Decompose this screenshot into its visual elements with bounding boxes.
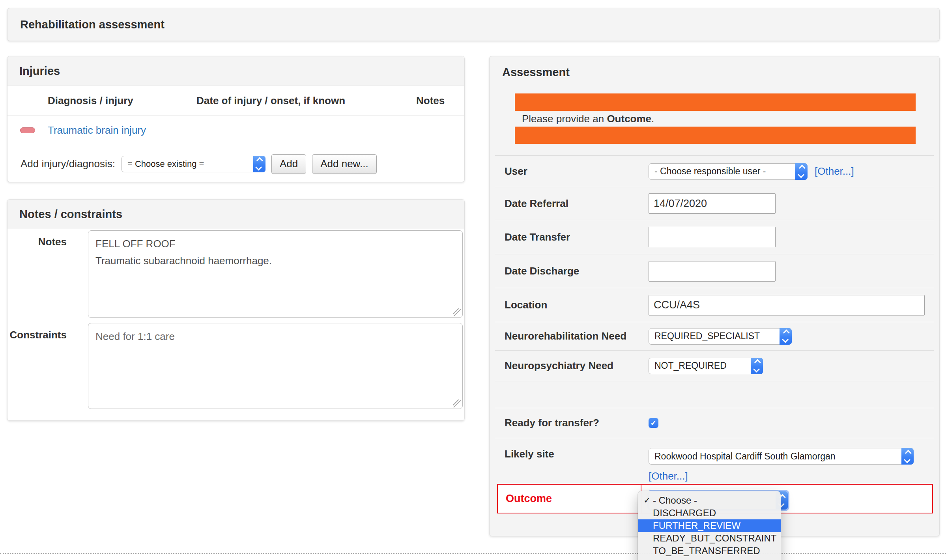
location-label: Location [495, 299, 649, 311]
warning-text: Please provide an [522, 113, 607, 125]
likely-site-other-link[interactable]: [Other...] [649, 470, 688, 482]
injury-link[interactable]: Traumatic brain injury [48, 124, 146, 136]
notes-constraints-header: Notes / constraints [7, 200, 464, 229]
col-diagnosis: Diagnosis / injury [48, 95, 196, 107]
date-discharge-input[interactable] [649, 261, 776, 282]
likely-site-select-value: Rookwood Hospital Cardiff South Glamorga… [654, 451, 836, 462]
form-row-likely-site: Likely site Rookwood Hospital Cardiff So… [495, 438, 934, 484]
likely-site-label: Likely site [495, 438, 649, 460]
choose-existing-select[interactable]: = Choose existing = [122, 156, 265, 172]
col-date-of-injury: Date of injury / onset, if known [196, 95, 416, 107]
date-transfer-label: Date Transfer [495, 231, 649, 243]
warning-bold-text: Outcome [607, 113, 651, 125]
outcome-label: Outcome [498, 485, 641, 513]
warning-bar-top [515, 93, 916, 111]
notes-label: Notes [7, 236, 67, 248]
form-row-date-transfer: Date Transfer [495, 220, 934, 254]
date-referral-input[interactable] [649, 193, 776, 214]
assessment-title: Assessment [502, 66, 570, 79]
outcome-dropdown-menu: ✓ - Choose - DISCHARGED FURTHER_REVIEW R… [638, 491, 781, 560]
page-header-panel: Rehabilitation assessment [7, 8, 940, 41]
neurorehab-select-value: REQUIRED_SPECIALIST [654, 331, 760, 342]
neuropsych-select-value: NOT_REQUIRED [654, 360, 727, 371]
form-row-neuropsych: Neuropsychiatry Need NOT_REQUIRED [495, 350, 934, 381]
ready-for-transfer-checkbox[interactable]: ✓ [649, 418, 658, 428]
injuries-header: Injuries [7, 56, 464, 86]
choose-existing-value: = Choose existing = [127, 159, 204, 169]
add-injury-label: Add injury/diagnosis: [21, 158, 115, 170]
page: Rehabilitation assessment Injuries Diagn… [0, 0, 946, 560]
user-select-value: - Choose responsible user - [654, 166, 766, 177]
date-transfer-input[interactable] [649, 227, 776, 247]
likely-site-select[interactable]: Rookwood Hospital Cardiff South Glamorga… [649, 448, 914, 465]
select-stepper-icon [795, 163, 808, 180]
select-stepper-icon [253, 156, 265, 172]
date-referral-label: Date Referral [495, 198, 649, 210]
menu-item-transferred[interactable]: TRANSFERRED [638, 557, 781, 560]
dotted-separator [0, 553, 946, 554]
table-row: Traumatic brain injury [7, 116, 464, 145]
constraints-label: Constraints [7, 329, 67, 341]
menu-item-ready-but-constraint[interactable]: READY_BUT_CONSTRAINT [638, 532, 781, 545]
menu-item-further-review[interactable]: FURTHER_REVIEW [638, 519, 781, 532]
neuropsych-select[interactable]: NOT_REQUIRED [649, 358, 763, 374]
menu-item-discharged[interactable]: DISCHARGED [638, 507, 781, 519]
location-input[interactable] [649, 295, 925, 315]
form-row-user: User - Choose responsible user - [Other.… [495, 155, 934, 187]
assessment-form: User - Choose responsible user - [Other.… [495, 155, 934, 513]
user-label: User [495, 165, 649, 177]
neuropsych-label: Neuropsychiatry Need [495, 360, 649, 372]
form-row-spacer [495, 381, 934, 408]
assessment-panel: Assessment Please provide an Outcome. Us… [489, 56, 940, 536]
neurorehab-select[interactable]: REQUIRED_SPECIALIST [649, 328, 792, 345]
form-row-date-referral: Date Referral [495, 187, 934, 220]
warning-bar-bottom [515, 127, 916, 144]
check-icon: ✓ [643, 495, 653, 506]
add-injury-row: Add injury/diagnosis: = Choose existing … [7, 145, 464, 183]
notes-constraints-title: Notes / constraints [19, 208, 122, 221]
menu-item-choose[interactable]: ✓ - Choose - [638, 494, 781, 507]
notes-textarea[interactable]: FELL OFF ROOF Traumatic subarachnoid hae… [88, 230, 463, 318]
constraints-textarea[interactable]: Need for 1:1 care [88, 323, 463, 409]
date-discharge-label: Date Discharge [495, 265, 649, 277]
injuries-title: Injuries [19, 65, 60, 78]
select-stepper-icon [751, 358, 763, 374]
form-row-ready: Ready for transfer? ✓ [495, 408, 934, 438]
select-stepper-icon [780, 328, 792, 345]
user-other-link[interactable]: [Other...] [815, 165, 854, 177]
col-notes: Notes [416, 95, 464, 107]
injuries-panel: Injuries Diagnosis / injury Date of inju… [7, 56, 465, 182]
page-title: Rehabilitation assessment [7, 8, 939, 41]
check-icon: ✓ [651, 419, 657, 427]
form-row-location: Location [495, 288, 934, 322]
injuries-table-header: Diagnosis / injury Date of injury / onse… [7, 86, 464, 116]
menu-item-to-be-transferred[interactable]: TO_BE_TRANSFERRED [638, 545, 781, 557]
add-button[interactable]: Add [271, 154, 306, 174]
ready-label: Ready for transfer? [495, 417, 649, 429]
neurorehab-label: Neurorehabilitation Need [495, 330, 649, 342]
user-select[interactable]: - Choose responsible user - [649, 163, 808, 180]
warning-message: Please provide an Outcome. [522, 113, 654, 125]
select-stepper-icon [901, 448, 914, 465]
remove-injury-icon[interactable] [20, 127, 35, 133]
notes-constraints-panel: Notes / constraints Notes FELL OFF ROOF … [7, 199, 465, 421]
form-row-date-discharge: Date Discharge [495, 254, 934, 288]
form-row-neurorehab: Neurorehabilitation Need REQUIRED_SPECIA… [495, 322, 934, 350]
remove-cell [7, 127, 48, 133]
add-new-button[interactable]: Add new... [312, 154, 376, 174]
